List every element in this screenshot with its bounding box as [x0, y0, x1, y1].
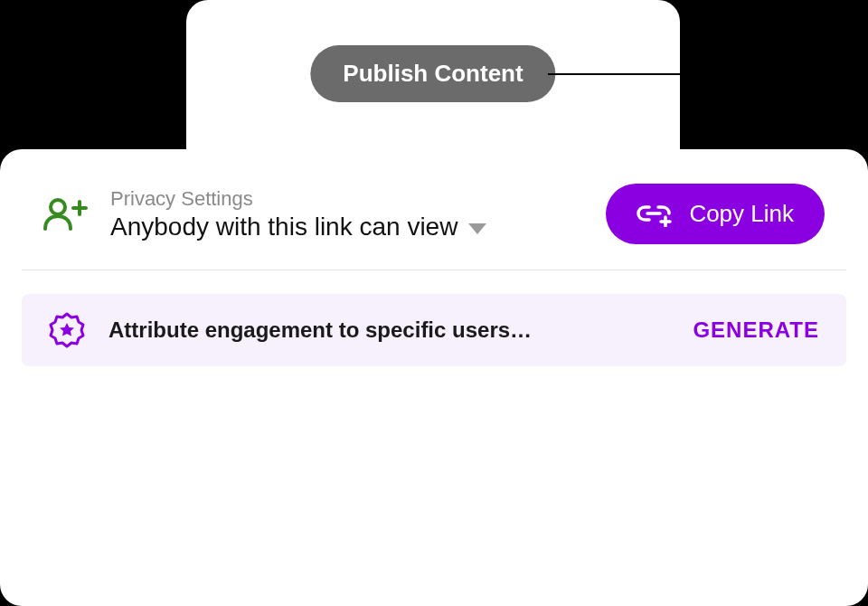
star-badge-icon [49, 312, 85, 348]
share-header: Privacy Settings Anybody with this link … [22, 184, 846, 270]
publish-content-button[interactable]: Publish Content [310, 45, 555, 102]
chevron-down-icon [468, 223, 486, 234]
person-add-icon [43, 198, 89, 231]
svg-point-0 [51, 200, 65, 214]
attribution-bar: Attribute engagement to specific users… … [22, 294, 846, 366]
copy-link-label: Copy Link [689, 200, 794, 228]
link-add-icon [637, 202, 675, 227]
generate-button[interactable]: GENERATE [693, 317, 819, 343]
privacy-label: Privacy Settings [110, 187, 584, 211]
privacy-value: Anybody with this link can view [110, 213, 458, 241]
privacy-settings: Privacy Settings Anybody with this link … [110, 187, 584, 241]
connector-line [548, 73, 718, 75]
share-panel: Privacy Settings Anybody with this link … [0, 149, 868, 606]
copy-link-button[interactable]: Copy Link [606, 184, 825, 244]
privacy-dropdown[interactable]: Anybody with this link can view [110, 213, 584, 241]
attribution-text: Attribute engagement to specific users… [108, 317, 669, 343]
